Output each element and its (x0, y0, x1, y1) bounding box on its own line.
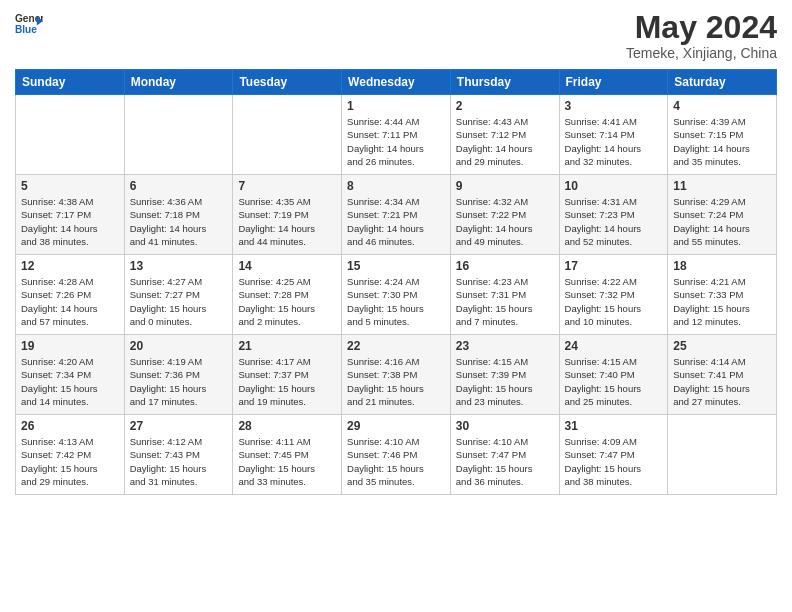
day-number: 29 (347, 419, 445, 433)
day-number: 14 (238, 259, 336, 273)
week-row-4: 19Sunrise: 4:20 AMSunset: 7:34 PMDayligh… (16, 335, 777, 415)
day-info: Sunrise: 4:38 AMSunset: 7:17 PMDaylight:… (21, 195, 119, 248)
day-info: Sunrise: 4:17 AMSunset: 7:37 PMDaylight:… (238, 355, 336, 408)
day-number: 1 (347, 99, 445, 113)
day-number: 3 (565, 99, 663, 113)
day-number: 24 (565, 339, 663, 353)
day-cell (124, 95, 233, 175)
day-number: 5 (21, 179, 119, 193)
day-cell: 17Sunrise: 4:22 AMSunset: 7:32 PMDayligh… (559, 255, 668, 335)
day-cell: 3Sunrise: 4:41 AMSunset: 7:14 PMDaylight… (559, 95, 668, 175)
day-info: Sunrise: 4:44 AMSunset: 7:11 PMDaylight:… (347, 115, 445, 168)
day-cell: 9Sunrise: 4:32 AMSunset: 7:22 PMDaylight… (450, 175, 559, 255)
location-subtitle: Temeke, Xinjiang, China (626, 45, 777, 61)
day-number: 23 (456, 339, 554, 353)
day-number: 13 (130, 259, 228, 273)
day-number: 21 (238, 339, 336, 353)
day-info: Sunrise: 4:12 AMSunset: 7:43 PMDaylight:… (130, 435, 228, 488)
day-cell: 29Sunrise: 4:10 AMSunset: 7:46 PMDayligh… (342, 415, 451, 495)
page: General Blue May 2024 Temeke, Xinjiang, … (0, 0, 792, 612)
day-info: Sunrise: 4:27 AMSunset: 7:27 PMDaylight:… (130, 275, 228, 328)
day-info: Sunrise: 4:24 AMSunset: 7:30 PMDaylight:… (347, 275, 445, 328)
day-cell: 21Sunrise: 4:17 AMSunset: 7:37 PMDayligh… (233, 335, 342, 415)
col-thursday: Thursday (450, 70, 559, 95)
title-block: May 2024 Temeke, Xinjiang, China (626, 10, 777, 61)
col-friday: Friday (559, 70, 668, 95)
col-saturday: Saturday (668, 70, 777, 95)
day-info: Sunrise: 4:35 AMSunset: 7:19 PMDaylight:… (238, 195, 336, 248)
day-cell: 25Sunrise: 4:14 AMSunset: 7:41 PMDayligh… (668, 335, 777, 415)
day-cell: 1Sunrise: 4:44 AMSunset: 7:11 PMDaylight… (342, 95, 451, 175)
day-number: 30 (456, 419, 554, 433)
day-info: Sunrise: 4:29 AMSunset: 7:24 PMDaylight:… (673, 195, 771, 248)
day-cell: 15Sunrise: 4:24 AMSunset: 7:30 PMDayligh… (342, 255, 451, 335)
day-number: 19 (21, 339, 119, 353)
month-year-title: May 2024 (626, 10, 777, 45)
day-cell: 8Sunrise: 4:34 AMSunset: 7:21 PMDaylight… (342, 175, 451, 255)
day-cell: 22Sunrise: 4:16 AMSunset: 7:38 PMDayligh… (342, 335, 451, 415)
day-cell: 14Sunrise: 4:25 AMSunset: 7:28 PMDayligh… (233, 255, 342, 335)
day-info: Sunrise: 4:32 AMSunset: 7:22 PMDaylight:… (456, 195, 554, 248)
day-info: Sunrise: 4:28 AMSunset: 7:26 PMDaylight:… (21, 275, 119, 328)
col-sunday: Sunday (16, 70, 125, 95)
day-cell: 12Sunrise: 4:28 AMSunset: 7:26 PMDayligh… (16, 255, 125, 335)
day-number: 4 (673, 99, 771, 113)
header-row: Sunday Monday Tuesday Wednesday Thursday… (16, 70, 777, 95)
day-number: 26 (21, 419, 119, 433)
logo-icon: General Blue (15, 10, 43, 38)
col-monday: Monday (124, 70, 233, 95)
day-cell: 4Sunrise: 4:39 AMSunset: 7:15 PMDaylight… (668, 95, 777, 175)
svg-text:Blue: Blue (15, 24, 37, 35)
day-number: 18 (673, 259, 771, 273)
day-cell: 13Sunrise: 4:27 AMSunset: 7:27 PMDayligh… (124, 255, 233, 335)
day-info: Sunrise: 4:10 AMSunset: 7:47 PMDaylight:… (456, 435, 554, 488)
day-cell: 5Sunrise: 4:38 AMSunset: 7:17 PMDaylight… (16, 175, 125, 255)
day-info: Sunrise: 4:39 AMSunset: 7:15 PMDaylight:… (673, 115, 771, 168)
day-info: Sunrise: 4:14 AMSunset: 7:41 PMDaylight:… (673, 355, 771, 408)
day-info: Sunrise: 4:34 AMSunset: 7:21 PMDaylight:… (347, 195, 445, 248)
day-info: Sunrise: 4:15 AMSunset: 7:39 PMDaylight:… (456, 355, 554, 408)
header: General Blue May 2024 Temeke, Xinjiang, … (15, 10, 777, 61)
day-cell: 23Sunrise: 4:15 AMSunset: 7:39 PMDayligh… (450, 335, 559, 415)
day-cell: 7Sunrise: 4:35 AMSunset: 7:19 PMDaylight… (233, 175, 342, 255)
week-row-3: 12Sunrise: 4:28 AMSunset: 7:26 PMDayligh… (16, 255, 777, 335)
day-number: 15 (347, 259, 445, 273)
day-number: 20 (130, 339, 228, 353)
day-number: 12 (21, 259, 119, 273)
day-number: 8 (347, 179, 445, 193)
day-number: 25 (673, 339, 771, 353)
day-info: Sunrise: 4:11 AMSunset: 7:45 PMDaylight:… (238, 435, 336, 488)
col-tuesday: Tuesday (233, 70, 342, 95)
day-cell: 30Sunrise: 4:10 AMSunset: 7:47 PMDayligh… (450, 415, 559, 495)
logo: General Blue (15, 10, 43, 38)
day-cell (668, 415, 777, 495)
day-info: Sunrise: 4:43 AMSunset: 7:12 PMDaylight:… (456, 115, 554, 168)
day-number: 2 (456, 99, 554, 113)
day-cell: 20Sunrise: 4:19 AMSunset: 7:36 PMDayligh… (124, 335, 233, 415)
day-number: 7 (238, 179, 336, 193)
day-info: Sunrise: 4:22 AMSunset: 7:32 PMDaylight:… (565, 275, 663, 328)
day-cell: 26Sunrise: 4:13 AMSunset: 7:42 PMDayligh… (16, 415, 125, 495)
day-cell: 27Sunrise: 4:12 AMSunset: 7:43 PMDayligh… (124, 415, 233, 495)
day-info: Sunrise: 4:25 AMSunset: 7:28 PMDaylight:… (238, 275, 336, 328)
day-info: Sunrise: 4:31 AMSunset: 7:23 PMDaylight:… (565, 195, 663, 248)
day-cell: 11Sunrise: 4:29 AMSunset: 7:24 PMDayligh… (668, 175, 777, 255)
day-info: Sunrise: 4:21 AMSunset: 7:33 PMDaylight:… (673, 275, 771, 328)
day-info: Sunrise: 4:09 AMSunset: 7:47 PMDaylight:… (565, 435, 663, 488)
week-row-5: 26Sunrise: 4:13 AMSunset: 7:42 PMDayligh… (16, 415, 777, 495)
day-cell: 6Sunrise: 4:36 AMSunset: 7:18 PMDaylight… (124, 175, 233, 255)
day-cell: 28Sunrise: 4:11 AMSunset: 7:45 PMDayligh… (233, 415, 342, 495)
week-row-1: 1Sunrise: 4:44 AMSunset: 7:11 PMDaylight… (16, 95, 777, 175)
day-number: 22 (347, 339, 445, 353)
day-number: 16 (456, 259, 554, 273)
col-wednesday: Wednesday (342, 70, 451, 95)
day-info: Sunrise: 4:19 AMSunset: 7:36 PMDaylight:… (130, 355, 228, 408)
day-number: 31 (565, 419, 663, 433)
day-number: 9 (456, 179, 554, 193)
day-info: Sunrise: 4:15 AMSunset: 7:40 PMDaylight:… (565, 355, 663, 408)
day-info: Sunrise: 4:16 AMSunset: 7:38 PMDaylight:… (347, 355, 445, 408)
day-number: 10 (565, 179, 663, 193)
day-info: Sunrise: 4:41 AMSunset: 7:14 PMDaylight:… (565, 115, 663, 168)
day-info: Sunrise: 4:10 AMSunset: 7:46 PMDaylight:… (347, 435, 445, 488)
day-cell: 19Sunrise: 4:20 AMSunset: 7:34 PMDayligh… (16, 335, 125, 415)
